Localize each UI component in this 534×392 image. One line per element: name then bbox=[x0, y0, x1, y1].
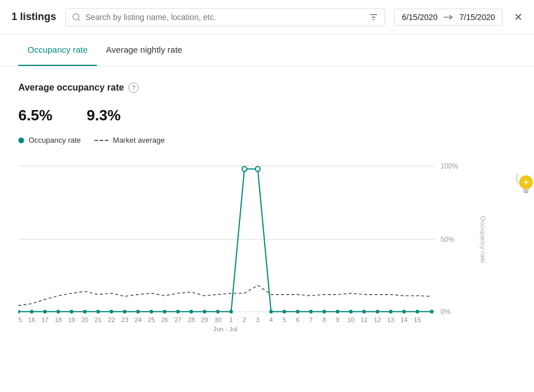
market-stat: 9.3% bbox=[87, 107, 120, 124]
date-end: 7/15/2020 bbox=[460, 13, 495, 22]
lightbulb-icon bbox=[513, 171, 534, 203]
svg-point-31 bbox=[256, 166, 260, 171]
legend-market: Market average bbox=[95, 136, 164, 144]
occupancy-chart: 100% 50% 0% Occupancy rate bbox=[18, 154, 516, 331]
section-title-area: Average occupancy rate ? bbox=[18, 83, 516, 93]
close-button[interactable]: ✕ bbox=[514, 11, 523, 23]
svg-point-19 bbox=[96, 310, 100, 313]
svg-text:1: 1 bbox=[229, 316, 233, 323]
occupancy-line bbox=[18, 169, 432, 312]
svg-text:11: 11 bbox=[360, 316, 367, 323]
chart-legend: Occupancy rate Market average bbox=[18, 136, 516, 144]
svg-point-25 bbox=[176, 310, 180, 313]
svg-text:5: 5 bbox=[282, 316, 286, 323]
svg-text:23: 23 bbox=[121, 316, 128, 323]
listings-count: 1 listings bbox=[11, 11, 56, 23]
main-content: Average occupancy rate ? 6.5% 9.3% Occup… bbox=[0, 66, 534, 347]
svg-point-29 bbox=[229, 310, 233, 313]
svg-point-28 bbox=[216, 310, 219, 313]
section-title: Average occupancy rate bbox=[18, 83, 124, 93]
stats-row: 6.5% 9.3% bbox=[18, 107, 516, 124]
svg-text:9: 9 bbox=[336, 316, 339, 323]
date-start: 6/15/2020 bbox=[402, 13, 437, 22]
svg-point-18 bbox=[83, 310, 87, 313]
svg-rect-78 bbox=[524, 191, 528, 193]
svg-point-30 bbox=[242, 166, 247, 171]
svg-text:14: 14 bbox=[400, 316, 408, 323]
date-range[interactable]: 6/15/2020 7/15/2020 bbox=[394, 9, 502, 26]
search-input[interactable] bbox=[85, 13, 362, 22]
x-sublabel: Jun - Jul bbox=[213, 326, 237, 331]
svg-point-32 bbox=[269, 310, 273, 313]
svg-text:17: 17 bbox=[41, 316, 48, 323]
svg-point-22 bbox=[136, 310, 140, 313]
svg-point-26 bbox=[190, 310, 193, 313]
svg-text:100%: 100% bbox=[441, 162, 458, 170]
svg-point-16 bbox=[57, 310, 60, 313]
svg-text:0%: 0% bbox=[441, 308, 451, 316]
svg-point-41 bbox=[389, 310, 392, 313]
svg-text:15: 15 bbox=[18, 316, 22, 323]
market-value: 9.3% bbox=[87, 107, 120, 124]
svg-text:30: 30 bbox=[214, 316, 221, 323]
help-icon[interactable]: ? bbox=[128, 83, 139, 93]
svg-text:22: 22 bbox=[108, 316, 115, 323]
svg-text:2: 2 bbox=[243, 316, 246, 323]
svg-text:7: 7 bbox=[309, 316, 313, 323]
search-bar[interactable] bbox=[65, 8, 385, 26]
occupancy-value: 6.5% bbox=[18, 107, 52, 124]
svg-text:6: 6 bbox=[296, 316, 299, 323]
svg-point-15 bbox=[43, 310, 46, 313]
svg-point-38 bbox=[349, 310, 352, 313]
svg-text:16: 16 bbox=[28, 316, 35, 323]
svg-point-40 bbox=[376, 310, 379, 313]
svg-text:24: 24 bbox=[135, 316, 142, 323]
legend-occupancy-label: Occupancy rate bbox=[29, 136, 81, 144]
svg-text:29: 29 bbox=[201, 316, 208, 323]
svg-point-33 bbox=[282, 310, 286, 313]
svg-point-34 bbox=[296, 310, 299, 313]
legend-occupancy-dot bbox=[18, 138, 24, 143]
market-line bbox=[18, 285, 432, 305]
svg-point-20 bbox=[109, 310, 113, 313]
svg-point-37 bbox=[336, 310, 339, 313]
svg-text:15: 15 bbox=[414, 316, 421, 323]
svg-point-21 bbox=[123, 310, 127, 313]
legend-occupancy: Occupancy rate bbox=[18, 136, 81, 144]
tab-occupancy-rate[interactable]: Occupancy rate bbox=[18, 34, 97, 66]
svg-point-44 bbox=[430, 310, 434, 313]
chart-area: 100% 50% 0% Occupancy rate bbox=[18, 154, 516, 331]
svg-text:12: 12 bbox=[374, 316, 381, 323]
filter-icon[interactable] bbox=[368, 12, 379, 22]
svg-point-27 bbox=[203, 310, 206, 313]
legend-market-label: Market average bbox=[113, 136, 164, 144]
svg-text:13: 13 bbox=[387, 316, 394, 323]
occupancy-stat: 6.5% bbox=[18, 107, 52, 124]
x-axis-labels: 15 16 17 18 19 20 21 22 23 24 25 26 27 2… bbox=[18, 316, 421, 323]
occupancy-dots bbox=[18, 166, 434, 313]
svg-point-39 bbox=[363, 310, 366, 313]
svg-line-1 bbox=[78, 19, 80, 21]
hint-lightbulb[interactable] bbox=[513, 171, 534, 205]
svg-point-14 bbox=[30, 310, 33, 313]
svg-text:18: 18 bbox=[54, 316, 61, 323]
svg-point-23 bbox=[150, 310, 153, 313]
svg-text:20: 20 bbox=[81, 316, 88, 323]
svg-point-17 bbox=[70, 310, 73, 313]
arrow-icon bbox=[443, 14, 454, 21]
svg-rect-77 bbox=[523, 189, 529, 191]
svg-text:28: 28 bbox=[188, 316, 195, 323]
svg-text:3: 3 bbox=[256, 316, 260, 323]
svg-point-36 bbox=[323, 310, 326, 313]
svg-text:Occupancy rate: Occupancy rate bbox=[480, 216, 487, 263]
svg-point-24 bbox=[163, 310, 166, 313]
svg-point-0 bbox=[73, 14, 79, 20]
svg-text:26: 26 bbox=[161, 316, 168, 323]
svg-text:27: 27 bbox=[174, 316, 181, 323]
tab-average-nightly-rate[interactable]: Average nightly rate bbox=[97, 34, 191, 66]
svg-text:50%: 50% bbox=[441, 236, 454, 244]
svg-text:25: 25 bbox=[148, 316, 155, 323]
svg-text:8: 8 bbox=[323, 316, 326, 323]
legend-market-dash bbox=[95, 140, 108, 141]
svg-text:4: 4 bbox=[269, 316, 273, 323]
